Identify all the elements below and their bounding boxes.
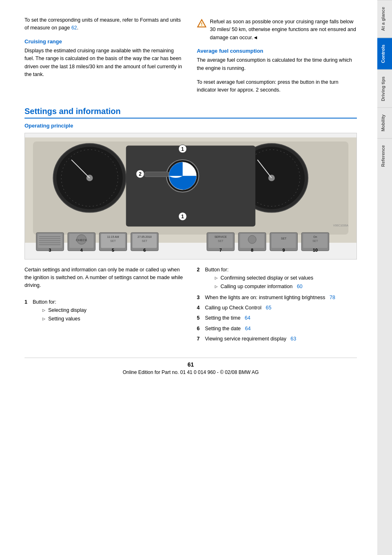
sidebar-tab-at-a-glance[interactable]: At a glance <box>377 0 392 38</box>
item-2-num: 2 <box>197 266 203 291</box>
warning-text: Refuel as soon as possible once your cru… <box>210 18 357 42</box>
instrument-cluster-image: 1 2 1 3 <box>24 133 357 260</box>
svg-text:CHECK: CHECK <box>76 238 87 242</box>
svg-text:SET: SET <box>110 239 116 242</box>
item-1-bullets: Selecting display Setting values <box>42 306 87 324</box>
item-5-num: 5 <box>197 314 203 322</box>
page-number: 61 <box>24 361 357 368</box>
svg-text:7: 7 <box>219 247 222 252</box>
svg-text:1: 1 <box>181 146 184 152</box>
item-3: 3 When the lights are on: instrument lig… <box>197 294 357 302</box>
link-64-time[interactable]: 64 <box>245 315 250 321</box>
svg-text:SET: SET <box>142 239 147 242</box>
svg-text:SET: SET <box>218 239 224 242</box>
bullet-selecting-display: Selecting display <box>42 306 87 315</box>
item-6-label: Setting the date 64 <box>205 325 251 333</box>
item-4-num: 4 <box>197 304 203 312</box>
bullet-setting-values: Setting values <box>42 315 87 323</box>
units-measure-text: To set the corresponding units of measur… <box>24 16 185 32</box>
bullet-calling-computer: Calling up computer information 60 <box>215 282 313 291</box>
top-left-col: To set the corresponding units of measur… <box>24 16 185 94</box>
svg-text:6: 6 <box>143 247 146 252</box>
page-footer: 61 Online Edition for Part no. 01 41 0 0… <box>24 358 357 375</box>
link-65[interactable]: 65 <box>266 305 272 311</box>
svg-rect-21 <box>145 172 169 177</box>
svg-text:9: 9 <box>283 247 285 252</box>
item-1-num: 1 <box>24 298 30 324</box>
item-1-label: Button for: <box>33 299 56 305</box>
operating-principle-heading: Operating principle <box>24 123 357 129</box>
link-78[interactable]: 78 <box>330 295 335 300</box>
svg-text:2: 2 <box>139 171 142 177</box>
sidebar-tab-controls[interactable]: Controls <box>377 38 392 69</box>
svg-text:SET: SET <box>281 237 287 240</box>
svg-text:!: ! <box>201 22 203 27</box>
svg-text:1: 1 <box>181 214 184 219</box>
svg-text:11:15 AM: 11:15 AM <box>107 235 119 238</box>
top-right-col: ! Refuel as soon as possible once your c… <box>197 16 357 94</box>
svg-text:4: 4 <box>80 247 83 252</box>
avg-fuel-body: The average fuel consumption is calculat… <box>197 56 357 72</box>
cruising-range-body: Displays the estimated cruising range av… <box>24 47 185 79</box>
svg-point-55 <box>248 235 256 244</box>
svg-rect-58 <box>272 234 296 248</box>
item-7: 7 Viewing service requirement display 63 <box>197 335 357 343</box>
item-2-label: Button for: <box>205 267 229 273</box>
settings-main-heading: Settings and information <box>24 107 357 119</box>
svg-text:3: 3 <box>49 247 51 252</box>
item-2-bullets: Confirming selected display or set value… <box>215 274 313 291</box>
item-5: 5 Setting the time 64 <box>197 314 357 322</box>
footer-text: Online Edition for Part no. 01 41 0 014 … <box>122 369 258 375</box>
item-6-num: 6 <box>197 325 203 333</box>
avg-fuel-reset: To reset average fuel consumption: press… <box>197 78 357 94</box>
cruising-range-heading: Cruising range <box>24 38 185 45</box>
svg-text:V06C1036A: V06C1036A <box>333 224 349 227</box>
sidebar-tab-reference[interactable]: Reference <box>377 138 392 173</box>
item-1: 1 Button for: Selecting display Setting … <box>24 298 185 324</box>
item-7-num: 7 <box>197 335 203 343</box>
item-6: 6 Setting the date 64 <box>197 325 357 333</box>
item-4-label: Calling up Check Control 65 <box>205 304 272 312</box>
desc-right-col: 2 Button for: Confirming selected displa… <box>197 266 357 346</box>
link-63[interactable]: 63 <box>291 336 296 342</box>
svg-text:8: 8 <box>251 247 253 252</box>
sidebar-tab-driving-tips[interactable]: Driving tips <box>377 69 392 108</box>
svg-text:10: 10 <box>313 247 318 252</box>
warning-icon: ! <box>197 19 207 29</box>
svg-text:27.05.2010: 27.05.2010 <box>138 235 152 238</box>
sidebar-tab-mobility[interactable]: Mobility <box>377 107 392 138</box>
bullet-confirming: Confirming selected display or set value… <box>215 274 313 282</box>
item-4: 4 Calling up Check Control 65 <box>197 304 357 312</box>
svg-text:On: On <box>313 235 317 238</box>
instrument-svg: 1 2 1 3 <box>25 133 356 259</box>
settings-intro: Certain settings and information can onl… <box>24 266 185 290</box>
desc-left-col: Certain settings and information can onl… <box>24 266 185 346</box>
desc-section: Certain settings and information can onl… <box>24 266 357 346</box>
page-62-link[interactable]: 62 <box>71 25 77 31</box>
svg-text:SET: SET <box>312 239 318 242</box>
item-3-num: 3 <box>197 294 203 302</box>
avg-fuel-heading: Average fuel consumption <box>197 48 357 54</box>
item-2: 2 Button for: Confirming selected displa… <box>197 266 357 291</box>
link-64-date[interactable]: 64 <box>245 326 251 331</box>
warning-box: ! Refuel as soon as possible once your c… <box>197 18 357 42</box>
svg-text:SERVICE: SERVICE <box>214 235 227 238</box>
item-5-label: Setting the time 64 <box>205 314 250 322</box>
svg-text:5: 5 <box>112 247 114 252</box>
sidebar: At a glance Controls Driving tips Mobili… <box>377 0 392 555</box>
link-60[interactable]: 60 <box>297 284 303 289</box>
item-3-label: When the lights are on: instrument light… <box>205 294 335 302</box>
item-7-label: Viewing service requirement display 63 <box>205 335 296 343</box>
